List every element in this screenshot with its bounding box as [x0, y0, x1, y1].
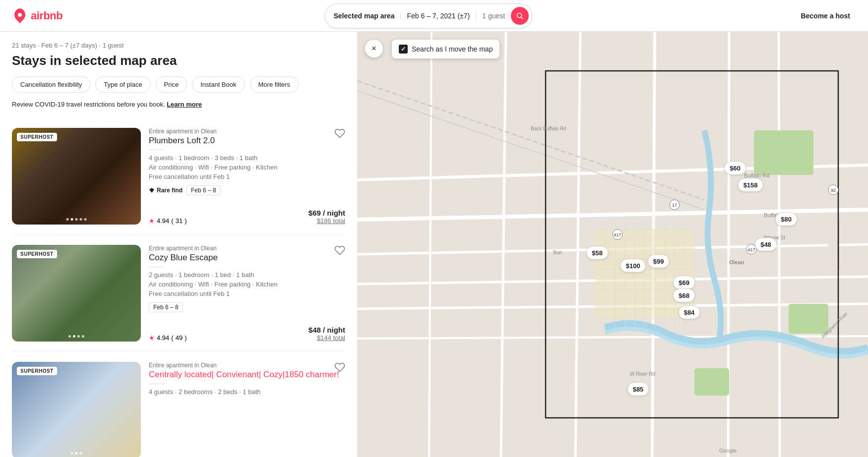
listing-card: SUPERHOST Entire apartment in Olean Cozy… [12, 235, 345, 352]
price-pin[interactable]: $84 [679, 306, 700, 319]
price-pin[interactable]: $100 [620, 259, 646, 272]
wishlist-button[interactable] [334, 362, 345, 375]
listing-type: Entire apartment in Olean [149, 362, 345, 369]
search-guests: 1 guest [476, 12, 511, 20]
svg-text:Bon: Bon [553, 250, 562, 255]
svg-text:417: 417 [747, 247, 755, 252]
filter-type[interactable]: Type of place [95, 76, 150, 93]
star-icon: ★ [149, 217, 155, 225]
star-icon: ★ [149, 334, 155, 342]
wishlist-button[interactable] [334, 128, 345, 141]
search-as-move-toggle[interactable]: Search as I move the map [392, 40, 499, 58]
svg-text:Google: Google [719, 448, 737, 454]
search-icon [516, 12, 523, 19]
listing-details: Entire apartment in Olean Cozy Blue Esca… [149, 245, 345, 342]
logo-text: airbnb [31, 9, 62, 22]
price-pin[interactable]: $48 [755, 238, 777, 251]
map-background: Buffalo Rd Buffalo St Wayne St Olean All… [357, 32, 868, 457]
listing-image[interactable]: SUPERHOST [12, 128, 141, 225]
wishlist-button[interactable] [334, 245, 345, 258]
listing-image[interactable]: SUPERHOST [12, 245, 141, 342]
listing-price: $69 / night $186 total [309, 209, 345, 225]
become-host-link[interactable]: Become a host [795, 8, 856, 24]
svg-rect-42 [828, 220, 838, 269]
filter-more[interactable]: More filters [250, 76, 299, 93]
listing-type: Entire apartment in Olean [149, 128, 345, 135]
dot [80, 452, 82, 455]
listing-features: Air conditioning · Wifi · Free parking ·… [149, 164, 345, 171]
search-button[interactable] [511, 7, 529, 25]
right-panel: Buffalo Rd Buffalo St Wayne St Olean All… [357, 32, 868, 457]
svg-text:417: 417 [614, 232, 621, 237]
price-pin[interactable]: $69 [673, 276, 695, 289]
dot [77, 335, 80, 338]
price-pin[interactable]: $60 [724, 161, 746, 174]
dot [82, 335, 84, 338]
listing-amenities: 4 guests · 1 bedroom · 3 beds · 1 bath [149, 154, 345, 162]
search-as-move-label: Search as I move the map [412, 45, 493, 53]
listing-cancellation: Free cancellation until Feb 1 [149, 290, 345, 297]
price-total: $144 total [309, 334, 345, 342]
svg-text:92: 92 [831, 188, 836, 193]
dates-tag: Feb 6 – 8 [186, 185, 221, 195]
price-pin[interactable]: $99 [648, 255, 670, 268]
svg-line-13 [779, 32, 780, 457]
listing-price: $48 / night $144 total [309, 326, 345, 342]
image-dots [66, 218, 87, 221]
svg-line-1 [521, 17, 523, 19]
dot [80, 218, 82, 221]
listing-type: Entire apartment in Olean [149, 245, 345, 252]
stays-meta: 21 stays · Feb 6 – 7 (±7 days) · 1 guest [12, 42, 345, 49]
header: airbnb Selected map area Feb 6 – 7, 2021… [0, 0, 868, 32]
dot [75, 218, 78, 221]
svg-text:W River Rd: W River Rd [630, 371, 655, 377]
map-container[interactable]: Buffalo Rd Buffalo St Wayne St Olean All… [357, 32, 868, 457]
svg-rect-19 [694, 368, 729, 396]
listing-image[interactable]: SUPERHOST [12, 362, 141, 457]
dot [84, 218, 87, 221]
dot [71, 218, 73, 221]
listing-details: Entire apartment in Olean Plumbers Loft … [149, 128, 345, 225]
image-dots [71, 452, 82, 455]
logo[interactable]: airbnb [12, 8, 62, 24]
stays-title: Stays in selected map area [12, 53, 345, 68]
listing-tags: Feb 6 – 8 [149, 302, 345, 312]
listing-card: SUPERHOST Entire apartment in Olean Cent… [12, 352, 345, 457]
price-total: $186 total [309, 217, 345, 225]
filter-instant[interactable]: Instant Book [192, 76, 245, 93]
filter-price[interactable]: Price [156, 76, 187, 93]
map-close-button[interactable]: × [365, 40, 383, 57]
search-location: Selected map area [333, 12, 401, 20]
price-pin[interactable]: $68 [673, 288, 695, 302]
listing-divider [149, 267, 165, 267]
price-pin[interactable]: $85 [627, 382, 649, 396]
airbnb-logo-icon [12, 8, 28, 24]
listing-amenities: 2 guests · 1 bedroom · 1 bed · 1 bath [149, 271, 345, 279]
listing-divider [149, 384, 165, 384]
price-pin[interactable]: $80 [775, 212, 797, 226]
price-per-night: $48 / night [309, 326, 345, 334]
search-bar[interactable]: Selected map area Feb 6 – 7, 2021 (±7) 1… [325, 3, 532, 28]
rare-find-tag: Rare find [149, 185, 183, 195]
price-pin[interactable]: $58 [586, 246, 608, 260]
heart-icon [334, 245, 345, 256]
superhost-badge: SUPERHOST [17, 133, 57, 141]
search-as-move-checkbox [399, 45, 408, 54]
superhost-badge: SUPERHOST [17, 367, 57, 375]
listing-details: Entire apartment in Olean Centrally loca… [149, 362, 345, 457]
listing-cancellation: Free cancellation until Feb 1 [149, 173, 345, 180]
listing-name[interactable]: Cozy Blue Escape [149, 253, 345, 263]
search-dates: Feb 6 – 7, 2021 (±7) [401, 12, 476, 20]
filter-cancellation[interactable]: Cancellation flexibility [12, 76, 90, 93]
listing-divider [149, 150, 165, 150]
listing-rating: ★ 4.94 (31) [149, 217, 186, 225]
listing-name[interactable]: Plumbers Loft 2.0 [149, 136, 345, 146]
price-pin[interactable]: $158 [738, 178, 763, 191]
filters-row: Cancellation flexibility Type of place P… [12, 76, 345, 93]
heart-icon [334, 128, 345, 139]
dates-tag: Feb 6 – 8 [149, 302, 183, 312]
covid-learn-more[interactable]: Learn more [167, 101, 202, 108]
svg-text:17: 17 [672, 203, 677, 208]
listing-name[interactable]: Centrally located| Convienant| Cozy|1850… [149, 370, 345, 380]
svg-rect-17 [754, 130, 813, 175]
